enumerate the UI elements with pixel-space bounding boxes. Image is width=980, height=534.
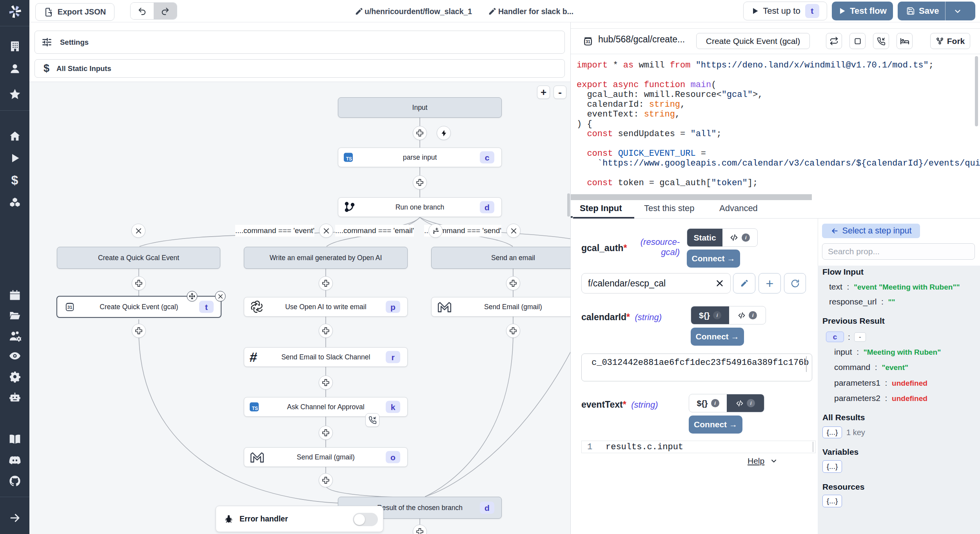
svg-text:31: 31 xyxy=(586,40,590,44)
svg-text:31: 31 xyxy=(67,305,73,310)
